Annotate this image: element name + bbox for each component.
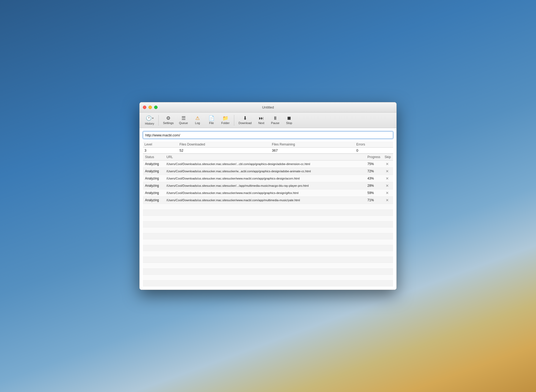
minimize-button[interactable] xyxy=(148,106,152,109)
skip-button[interactable]: ✕ xyxy=(385,198,390,202)
queue-label: Queue xyxy=(179,121,188,125)
skip-button[interactable]: ✕ xyxy=(385,169,390,173)
folder-button[interactable]: 📁 Folder xyxy=(219,115,232,126)
close-button[interactable] xyxy=(143,106,146,109)
next-icon: ⏭ xyxy=(259,116,264,121)
empty-status xyxy=(143,233,164,239)
row-status: Analyzing xyxy=(143,168,164,175)
stop-button[interactable]: ⏹ Stop xyxy=(283,115,296,126)
empty-url xyxy=(164,222,365,227)
empty-status xyxy=(143,222,164,227)
empty-skip xyxy=(382,269,393,275)
next-button[interactable]: ⏭ Next xyxy=(255,115,268,126)
skip-button[interactable]: ✕ xyxy=(385,184,390,188)
skip-button[interactable]: ✕ xyxy=(385,191,390,195)
empty-progress xyxy=(365,227,382,233)
row-status: Analyzing xyxy=(143,175,164,182)
row-url: /Users/Cool/Downloads/us.sitesucker.mac.… xyxy=(164,160,365,168)
history-label: History xyxy=(145,122,154,125)
download-label: Download xyxy=(239,121,252,125)
settings-button[interactable]: ⚙ Settings xyxy=(161,115,176,126)
empty-row xyxy=(143,227,393,233)
window-title: Untitled xyxy=(262,105,274,109)
row-skip-cell: ✕ xyxy=(382,160,393,168)
log-label: Log xyxy=(195,121,200,125)
empty-status xyxy=(143,204,164,210)
empty-progress xyxy=(365,216,382,222)
row-status: Analyzing xyxy=(143,197,164,204)
empty-row xyxy=(143,251,393,257)
history-button[interactable]: 🕐 ▾ History xyxy=(143,114,156,126)
empty-row xyxy=(143,210,393,216)
empty-url xyxy=(164,233,365,239)
empty-skip xyxy=(382,281,393,286)
empty-skip xyxy=(382,239,393,245)
stop-label: Stop xyxy=(286,121,292,125)
empty-skip xyxy=(382,233,393,239)
empty-progress xyxy=(365,263,382,269)
pause-button[interactable]: ⏸ Pause xyxy=(269,115,282,126)
row-status: Analyzing xyxy=(143,189,164,197)
empty-row xyxy=(143,216,393,222)
pause-label: Pause xyxy=(271,121,279,125)
empty-url xyxy=(164,257,365,263)
download-table: Status URL Progress Skip Analyzing /User… xyxy=(143,154,393,286)
row-progress: 75% xyxy=(365,160,382,168)
empty-status xyxy=(143,269,164,275)
table-row: Analyzing /Users/Cool/Downloads/us.sites… xyxy=(143,182,393,189)
empty-skip xyxy=(382,257,393,263)
empty-skip xyxy=(382,216,393,222)
empty-url xyxy=(164,263,365,269)
pause-icon: ⏸ xyxy=(273,116,278,121)
row-skip-cell: ✕ xyxy=(382,182,393,189)
queue-button[interactable]: ☰ Queue xyxy=(177,115,190,126)
empty-url xyxy=(164,210,365,216)
row-progress: 43% xyxy=(365,175,382,182)
col-status-header: Status xyxy=(143,154,164,160)
settings-icon: ⚙ xyxy=(166,116,170,121)
traffic-lights xyxy=(143,106,158,109)
empty-row xyxy=(143,257,393,263)
skip-button[interactable]: ✕ xyxy=(385,176,390,181)
empty-progress xyxy=(365,269,382,275)
download-button[interactable]: ⬇ Download xyxy=(236,115,254,126)
row-url: /Users/Cool/Downloads/us.sitesucker.mac.… xyxy=(164,175,365,182)
files-downloaded-header: Files Downloaded xyxy=(178,141,270,148)
empty-url xyxy=(164,275,365,281)
row-progress: 28% xyxy=(365,182,382,189)
skip-button[interactable]: ✕ xyxy=(385,162,390,166)
log-button[interactable]: ⚠ Log xyxy=(191,115,204,126)
row-status: Analyzing xyxy=(143,160,164,168)
maximize-button[interactable] xyxy=(154,106,158,109)
empty-status xyxy=(143,251,164,257)
file-label: File xyxy=(209,121,214,125)
file-button[interactable]: 📄 File xyxy=(205,115,218,126)
empty-skip xyxy=(382,222,393,227)
row-progress: 72% xyxy=(365,168,382,175)
toolbar-separator-2 xyxy=(234,115,234,126)
next-label: Next xyxy=(258,121,265,125)
folder-icon: 📁 xyxy=(222,116,228,121)
log-icon: ⚠ xyxy=(195,116,200,121)
empty-row xyxy=(143,275,393,281)
url-input[interactable] xyxy=(143,131,393,139)
empty-status xyxy=(143,245,164,251)
errors-header: Errors xyxy=(355,141,393,148)
empty-progress xyxy=(365,204,382,210)
row-url: /Users/Cool/Downloads/us.sitesucker.mac.… xyxy=(164,168,365,175)
empty-skip xyxy=(382,275,393,281)
files-downloaded-value: 52 xyxy=(178,148,270,154)
settings-label: Settings xyxy=(163,121,174,125)
empty-url xyxy=(164,204,365,210)
empty-url xyxy=(164,281,365,286)
empty-progress xyxy=(365,275,382,281)
empty-status xyxy=(143,263,164,269)
files-remaining-value: 367 xyxy=(270,148,355,154)
col-progress-header: Progress xyxy=(365,154,382,160)
level-header: Level xyxy=(143,141,178,148)
empty-row xyxy=(143,281,393,286)
empty-skip xyxy=(382,204,393,210)
empty-skip xyxy=(382,210,393,216)
toolbar-separator-1 xyxy=(158,115,159,126)
titlebar: Untitled xyxy=(140,102,396,113)
